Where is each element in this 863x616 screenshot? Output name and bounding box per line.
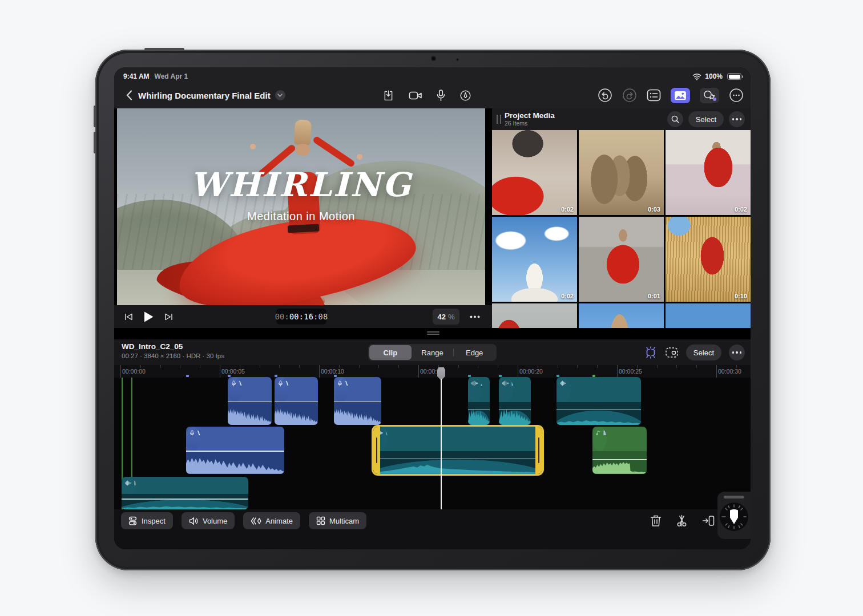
clip-connections-icon[interactable]	[644, 346, 658, 359]
search-icon[interactable]	[667, 111, 683, 127]
volume-line[interactable]	[373, 459, 542, 460]
media-select-button[interactable]: Select	[688, 111, 724, 127]
title-dropdown-icon[interactable]	[275, 90, 285, 100]
timecode-frames: :08	[313, 312, 328, 321]
timeline-header: WD_Intro_C2_05 00:27 · 3840 × 2160 · HDR…	[114, 339, 751, 365]
clip-waveform	[334, 402, 381, 425]
timeline-clip[interactable]: Voiceover 2	[275, 377, 318, 425]
timeline-select-button[interactable]: Select	[686, 345, 721, 360]
ipad-device-frame: 9:41 AM Wed Apr 1 100% Whirling Document…	[95, 50, 771, 570]
mode-range[interactable]: Range	[412, 345, 454, 360]
media-more-button[interactable]	[729, 111, 745, 127]
media-thumbnail-red-dervish-spin-path[interactable]: 0:01	[579, 217, 664, 302]
timeline-clip[interactable]: Voiceover 2	[228, 377, 272, 425]
viewer-pane: WHIRLING Meditation in Motion 00:00:16:0…	[114, 108, 492, 328]
volume-line[interactable]	[556, 410, 641, 411]
media-browser-icon[interactable]	[671, 88, 690, 103]
timecode-display[interactable]: 00:00:16:08	[276, 309, 326, 325]
ruler-label: 00:00:20	[519, 368, 543, 375]
volume-line[interactable]	[334, 402, 381, 403]
timeline-clip[interactable]: Whoosh Hit	[373, 427, 542, 474]
media-thumbnail-red-figure-golden-reeds[interactable]: 0:10	[666, 217, 751, 302]
timeline-ruler[interactable]: 00:00:0000:00:0500:00:1000:00:1500:00:20…	[114, 365, 751, 378]
trim-handle-left[interactable]	[373, 427, 380, 474]
ruler-label: 00:00:05	[221, 368, 245, 375]
media-thumbnail-sky-clouds[interactable]	[666, 303, 751, 328]
volume-line[interactable]	[122, 499, 248, 500]
clip-label: Voiceover 2	[286, 380, 289, 387]
microphone-icon[interactable]	[437, 90, 445, 102]
panel-grip-icon[interactable]	[497, 115, 501, 124]
media-thumbnail-red-figure-rock-mounds[interactable]	[492, 303, 577, 328]
skip-forward-icon[interactable]	[164, 313, 173, 321]
timeline-clip[interactable]: High...	[499, 377, 531, 425]
volume-line[interactable]	[499, 410, 531, 411]
clip-waveform	[468, 402, 490, 425]
animate-button[interactable]: Animate	[243, 512, 300, 529]
timeline-region[interactable]: 00:00:0000:00:0500:00:1000:00:1500:00:20…	[114, 365, 751, 509]
media-thumbnail-red-dervish-rock-closeup[interactable]: 0:02	[492, 130, 577, 215]
volume-line[interactable]	[468, 410, 490, 411]
trash-icon[interactable]	[650, 514, 662, 527]
trim-handle-right[interactable]	[535, 427, 542, 474]
jog-wheel[interactable]	[717, 492, 751, 539]
timeline-clip[interactable]: Time Piece	[556, 377, 641, 425]
media-thumbnail-white-dervish-blue-sky[interactable]: 0:02	[492, 217, 577, 302]
multicam-button[interactable]: Multicam	[309, 512, 366, 529]
clip-label: Time Piece	[569, 380, 571, 387]
clip-header: Voiceover 2	[228, 377, 242, 402]
project-title[interactable]: Whirling Documentary Final Edit	[138, 91, 271, 100]
volume-line[interactable]	[592, 459, 647, 460]
zoom-unit: %	[448, 313, 455, 321]
undo-icon[interactable]	[598, 88, 612, 103]
skip-back-icon[interactable]	[124, 313, 133, 321]
back-chevron-icon[interactable]	[122, 87, 136, 103]
import-icon[interactable]	[382, 90, 394, 102]
timeline-clip[interactable]: Voiceover 3	[334, 377, 381, 425]
timeline-clip[interactable]: Night Winds	[122, 477, 248, 509]
mode-edge[interactable]: Edge	[453, 345, 495, 360]
dervish-head	[296, 144, 310, 156]
video-subtitle-text: Meditation in Motion	[117, 210, 485, 223]
clip-waveform	[275, 402, 318, 425]
media-thumbnail-tall-hat-portrait[interactable]	[579, 303, 664, 328]
blade-icon[interactable]	[676, 514, 688, 527]
timeline-clip[interactable]: Inertia	[592, 427, 647, 474]
volume-up-button	[94, 106, 96, 127]
status-bar: 9:41 AM Wed Apr 1 100%	[114, 67, 751, 82]
camera-icon[interactable]	[409, 90, 422, 101]
clip-waveform	[556, 402, 641, 425]
timeline-clip[interactable]: Voiceover 1	[186, 427, 284, 474]
effects-icon[interactable]	[700, 88, 719, 103]
overlay-paste-icon[interactable]	[665, 346, 679, 359]
pencil-tool-icon[interactable]	[459, 90, 471, 102]
viewer-more-icon[interactable]	[466, 309, 484, 325]
timeline-clip[interactable]: ...	[468, 377, 490, 425]
video-preview[interactable]: WHIRLING Meditation in Motion	[117, 108, 485, 305]
connection-dot	[186, 375, 189, 377]
panel-resize-handle[interactable]	[427, 331, 439, 335]
clip-label: ...	[481, 380, 482, 387]
volume-button[interactable]: Volume	[182, 512, 235, 529]
status-date: Wed Apr 1	[155, 72, 188, 80]
mode-clip[interactable]: Clip	[369, 345, 412, 360]
more-icon[interactable]	[729, 88, 744, 103]
volume-line[interactable]	[186, 451, 284, 452]
jog-wheel-grip[interactable]	[724, 496, 744, 499]
zoom-level-control[interactable]: 42 %	[433, 309, 459, 325]
media-thumbnail-red-dervish-salt-flat[interactable]: 0:02	[666, 130, 751, 215]
timecode-current: 00:16	[289, 312, 313, 321]
video-title-overlay: WHIRLING Meditation in Motion	[117, 165, 485, 223]
media-thumbnail-rock-spires-valley[interactable]: 0:03	[579, 130, 664, 215]
transport-bar: 00:00:16:08 42 %	[114, 305, 492, 328]
play-icon[interactable]	[143, 311, 154, 323]
clip-waveform	[122, 494, 248, 509]
insert-icon[interactable]	[702, 515, 715, 526]
clip-waveform	[592, 451, 647, 474]
inspect-button[interactable]: Inspect	[121, 512, 173, 529]
volume-line[interactable]	[275, 402, 318, 403]
status-time: 9:41 AM	[123, 72, 150, 80]
volume-line[interactable]	[228, 402, 272, 403]
index-icon[interactable]	[647, 89, 661, 102]
timeline-more-button[interactable]	[729, 345, 745, 360]
